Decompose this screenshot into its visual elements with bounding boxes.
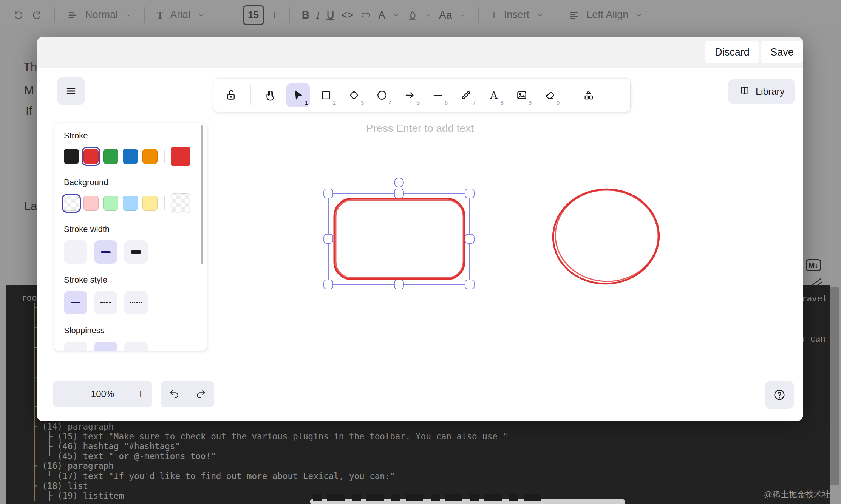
stroke-color-row <box>64 147 207 166</box>
tool-selection[interactable]: 1 <box>286 83 310 107</box>
stroke-width-thin-button[interactable] <box>64 240 87 264</box>
zoom-out-button[interactable]: − <box>61 388 68 400</box>
tool-shortcut: 5 <box>417 99 420 106</box>
tool-shortcut: 4 <box>389 99 392 106</box>
rotate-handle[interactable] <box>394 178 403 187</box>
tool-diamond[interactable]: 3 <box>342 83 366 107</box>
tool-line[interactable]: 6 <box>426 83 450 107</box>
main-menu-button[interactable] <box>57 77 85 105</box>
discard-button[interactable]: Discard <box>705 41 759 63</box>
modal-header <box>37 37 803 68</box>
background-swatch-3[interactable] <box>123 196 138 211</box>
background-swatch-4[interactable] <box>142 196 158 211</box>
selection-outline <box>324 178 474 289</box>
sloppiness-artist-button[interactable] <box>94 342 117 351</box>
background-color-row <box>64 193 207 213</box>
draw-toolbar: 1234567A890 <box>213 79 630 112</box>
svg-text:A: A <box>490 89 498 101</box>
stroke-style-label: Stroke style <box>64 275 207 285</box>
sloppiness-architect-button[interactable] <box>64 342 87 351</box>
toolbar-divider <box>569 85 569 105</box>
zoom-controls: − 100% + <box>53 381 152 407</box>
tool-shortcut: 7 <box>473 99 476 106</box>
undo-redo-controls <box>161 381 214 407</box>
background-label: Background <box>64 178 207 187</box>
tool-shortcut: 9 <box>529 99 532 106</box>
properties-panel: Stroke Background Stroke width Stroke st… <box>54 123 207 351</box>
stroke-style-dotted-button[interactable] <box>124 291 148 314</box>
background-swatch-2[interactable] <box>103 196 118 211</box>
tool-shortcut: 8 <box>501 99 504 106</box>
stroke-style-solid-button[interactable] <box>64 291 87 314</box>
clipped-text-fragments <box>313 494 544 501</box>
tool-shortcut: 1 <box>305 99 308 106</box>
stroke-swatch-1[interactable] <box>83 149 99 164</box>
selected-rectangle-shape[interactable] <box>334 199 464 279</box>
tool-ellipse[interactable]: 4 <box>370 83 394 107</box>
ellipse-shape[interactable] <box>551 187 662 286</box>
stroke-width-extrabold-button[interactable] <box>124 240 148 264</box>
stroke-swatch-2[interactable] <box>103 149 118 164</box>
tool-image[interactable]: 9 <box>510 83 533 107</box>
stroke-style-row <box>64 291 207 314</box>
drawing-editor-modal: Discard Save <box>37 37 803 421</box>
stroke-swatch-0[interactable] <box>64 149 79 164</box>
tool-draw[interactable]: 7 <box>454 83 478 107</box>
stroke-width-bold-button[interactable] <box>94 240 117 264</box>
library-label: Library <box>756 86 784 97</box>
stroke-swatch-4[interactable] <box>142 149 158 164</box>
stroke-style-dashed-button[interactable] <box>94 291 117 314</box>
stroke-width-label: Stroke width <box>64 224 207 234</box>
panel-scrollbar[interactable] <box>201 125 203 264</box>
background-swatch-1[interactable] <box>83 196 99 211</box>
save-button[interactable]: Save <box>761 41 803 63</box>
library-button[interactable]: Library <box>728 79 795 104</box>
swatch-divider <box>164 150 165 163</box>
tool-arrow[interactable]: 5 <box>398 83 422 107</box>
sloppiness-row <box>64 342 207 351</box>
tool-shortcut: 2 <box>333 99 336 106</box>
stroke-width-row <box>64 240 207 264</box>
help-button[interactable] <box>765 381 794 409</box>
redo-button[interactable] <box>195 388 207 400</box>
undo-button[interactable] <box>169 388 180 400</box>
sloppiness-label: Sloppiness <box>64 326 207 335</box>
book-icon <box>739 85 750 98</box>
watermark: @稀土掘金技术社区 <box>764 489 839 500</box>
tool-text[interactable]: A8 <box>482 83 506 107</box>
resize-handles[interactable] <box>324 189 474 289</box>
zoom-level[interactable]: 100% <box>91 389 114 399</box>
tool-shapes[interactable] <box>577 83 600 107</box>
tool-eraser[interactable]: 0 <box>538 83 561 107</box>
background-active-swatch[interactable] <box>171 193 190 213</box>
tool-shortcut: 6 <box>445 99 448 106</box>
swatch-divider <box>164 196 165 210</box>
sloppiness-cartoonist-button[interactable] <box>124 342 148 351</box>
drawing-canvas[interactable]: 1234567A890 Library Press Enter to add t… <box>37 68 803 421</box>
tool-hand[interactable] <box>258 83 282 107</box>
tool-shortcut: 3 <box>361 99 364 106</box>
stroke-label: Stroke <box>64 131 207 141</box>
stroke-active-swatch[interactable] <box>171 147 190 166</box>
toolbar-divider <box>250 85 251 105</box>
zoom-in-button[interactable]: + <box>137 388 144 400</box>
tool-lock[interactable] <box>220 83 243 107</box>
tool-rectangle[interactable]: 2 <box>314 83 338 107</box>
background-swatch-0[interactable] <box>64 196 79 211</box>
tool-shortcut: 0 <box>557 99 560 106</box>
stroke-swatch-3[interactable] <box>123 149 138 164</box>
